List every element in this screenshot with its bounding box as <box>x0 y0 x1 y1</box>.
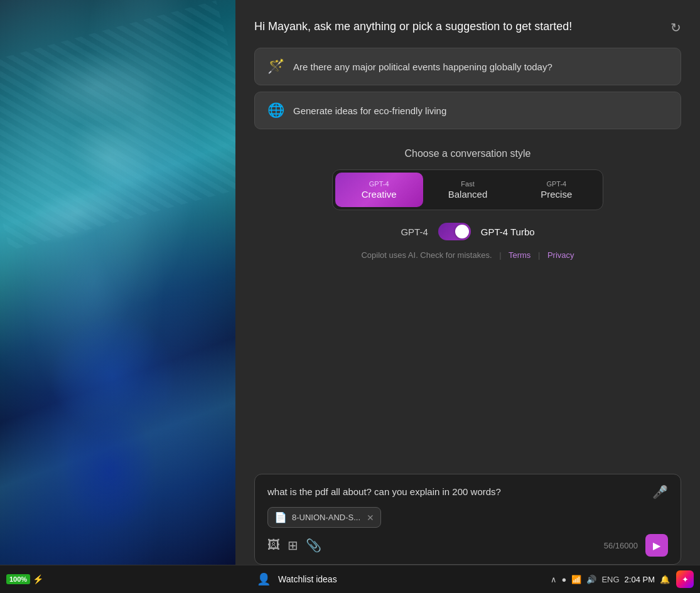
copilot-glyph: ✦ <box>682 575 689 584</box>
char-count: 56/16000 <box>604 541 638 550</box>
attachment-name: 8-UNION-AND-S... <box>292 513 360 522</box>
taskbar-battery: 100% ⚡ <box>6 574 43 584</box>
disclaimer-separator: | <box>499 250 501 260</box>
input-box: 🎤 📄 8-UNION-AND-S... ✕ 🖼 ⊞ 📎 56/16000 <box>254 474 681 565</box>
suggestion-card-1[interactable]: 🪄 Are there any major political events h… <box>254 48 681 85</box>
attachment-close-icon[interactable]: ✕ <box>367 513 374 523</box>
volume-icon[interactable]: 🔊 <box>586 575 596 584</box>
gpt-right-label: GPT-4 Turbo <box>481 227 535 237</box>
water-highlight-1 <box>31 50 157 126</box>
suggestion-text-2: Generate ideas for eco-friendly living <box>293 105 446 116</box>
suggestion-card-2[interactable]: 🌐 Generate ideas for eco-friendly living <box>254 92 681 129</box>
disclaimer: Copilot uses AI. Check for mistakes. | T… <box>254 250 681 260</box>
style-btn-balanced-subtitle: Fast <box>448 180 488 188</box>
terms-link[interactable]: Terms <box>509 250 530 260</box>
language-indicator[interactable]: ENG <box>601 575 619 584</box>
suggestion-icon-1: 🪄 <box>267 58 284 75</box>
taskbar-right: ∧ ● 📶 🔊 ENG 2:04 PM 🔔 ✦ <box>551 570 694 588</box>
style-buttons-group: GPT-4 Creative Fast Balanced GPT-4 Preci… <box>332 169 604 210</box>
screenshot-icon[interactable]: ⊞ <box>288 538 298 553</box>
send-button[interactable]: ▶ <box>645 534 668 557</box>
tray-expand-icon[interactable]: ∧ <box>551 575 557 584</box>
chat-panel: Hi Mayank, ask me anything or pick a sug… <box>235 0 700 565</box>
suggestion-cards: 🪄 Are there any major political events h… <box>254 48 681 129</box>
taskbar-notification-icon[interactable]: 🔔 <box>660 575 670 584</box>
style-title: Choose a conversation style <box>254 148 681 159</box>
water-highlight-5 <box>63 408 157 533</box>
greeting-text: Hi Mayank, ask me anything or pick a sug… <box>254 19 670 35</box>
style-btn-creative-subtitle: GPT-4 <box>360 180 398 188</box>
toggle-track <box>438 223 471 240</box>
suggestion-icon-2: 🌐 <box>267 102 284 119</box>
taskbar-copilot-icon[interactable]: ✦ <box>676 570 694 588</box>
gpt-toggle-row: GPT-4 GPT-4 Turbo <box>254 223 681 240</box>
input-bottom-row: 🖼 ⊞ 📎 56/16000 ▶ <box>267 534 668 557</box>
style-btn-precise-subtitle: GPT-4 <box>537 180 575 188</box>
taskbar: 100% ⚡ 👤 Watchlist ideas ∧ ● 📶 🔊 ENG 2:0… <box>0 565 700 593</box>
style-btn-precise-label: Precise <box>537 189 575 200</box>
chat-input[interactable] <box>267 484 646 500</box>
toggle-thumb <box>455 225 469 238</box>
taskbar-time: 2:04 PM <box>625 575 655 584</box>
mic-icon[interactable]: 🎤 <box>652 484 668 500</box>
taskbar-person-icon[interactable]: 👤 <box>257 572 271 586</box>
attach-icon[interactable]: 📎 <box>306 538 321 553</box>
gpt-toggle-switch[interactable] <box>438 223 471 240</box>
disclaimer-separator-2: | <box>538 250 540 260</box>
water-highlight-3 <box>14 171 137 257</box>
gpt-left-label: GPT-4 <box>401 227 428 237</box>
refresh-icon[interactable]: ↻ <box>670 20 681 35</box>
battery-bolt-icon: ⚡ <box>33 574 43 584</box>
disclaimer-text: Copilot uses AI. Check for mistakes. <box>361 250 492 260</box>
image-upload-icon[interactable]: 🖼 <box>267 538 280 553</box>
input-area-wrapper: 🎤 📄 8-UNION-AND-S... ✕ 🖼 ⊞ 📎 56/16000 <box>254 474 681 565</box>
style-section: Choose a conversation style GPT-4 Creati… <box>254 148 681 210</box>
input-row: 🎤 <box>267 484 668 500</box>
suggestion-text-1: Are there any major political events hap… <box>293 61 552 72</box>
pdf-icon: 📄 <box>274 511 287 523</box>
greeting-section: Hi Mayank, ask me anything or pick a sug… <box>254 19 681 35</box>
notification-dot: ● <box>562 575 567 584</box>
background-panel <box>0 0 235 565</box>
privacy-link[interactable]: Privacy <box>547 250 574 260</box>
style-btn-creative-label: Creative <box>360 189 398 200</box>
style-btn-precise[interactable]: GPT-4 Precise <box>512 173 600 207</box>
style-btn-balanced-label: Balanced <box>448 189 488 200</box>
style-btn-balanced[interactable]: Fast Balanced <box>423 173 513 207</box>
battery-percent: 100% <box>6 574 30 584</box>
input-actions: 🖼 ⊞ 📎 <box>267 538 321 553</box>
water-highlight-2 <box>53 106 166 208</box>
wifi-icon[interactable]: 📶 <box>571 575 581 584</box>
attachment-tag: 📄 8-UNION-AND-S... ✕ <box>267 507 381 528</box>
watchlist-label[interactable]: Watchlist ideas <box>278 574 337 584</box>
style-btn-creative[interactable]: GPT-4 Creative <box>335 173 423 207</box>
taskbar-center: 👤 Watchlist ideas <box>257 572 337 586</box>
system-tray: ∧ ● 📶 🔊 ENG 2:04 PM 🔔 <box>551 575 670 584</box>
